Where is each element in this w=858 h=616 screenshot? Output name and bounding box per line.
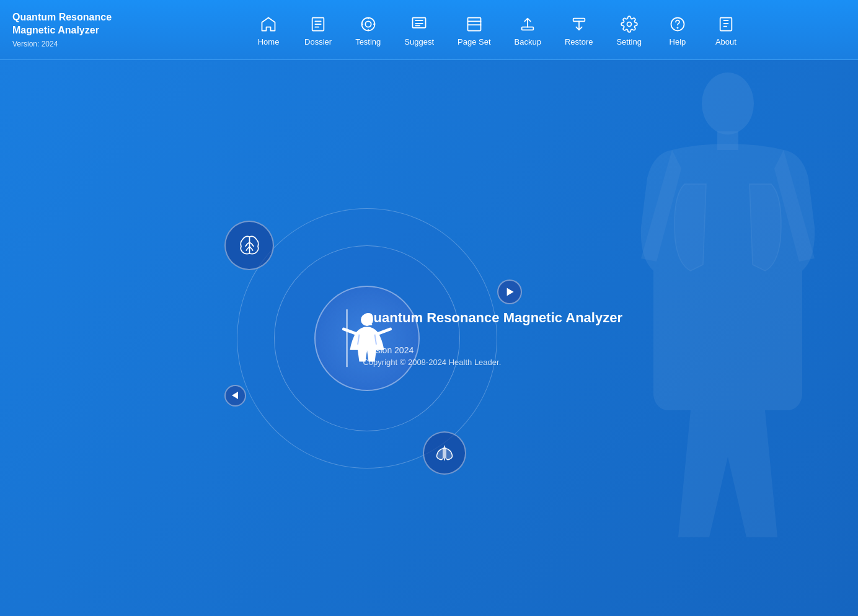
main-nav: Home Dossier Testing Suggest — [136, 9, 858, 51]
nav-restore[interactable]: Restore — [556, 9, 602, 51]
nav-backup-label: Backup — [515, 37, 541, 46]
setting-icon — [619, 14, 640, 35]
svg-rect-17 — [522, 27, 534, 30]
nav-backup[interactable]: Backup — [506, 9, 550, 51]
nav-home-label: Home — [258, 37, 280, 46]
nav-dossier[interactable]: Dossier — [296, 9, 340, 51]
svg-marker-30 — [507, 288, 514, 296]
svg-rect-22 — [720, 17, 732, 30]
svg-rect-18 — [573, 18, 585, 21]
main-content: Quantum Resonance Magnetic Analyzer Vers… — [0, 60, 858, 616]
nav-page-set-label: Page Set — [458, 37, 491, 46]
suggest-icon — [409, 14, 430, 35]
svg-rect-10 — [413, 17, 426, 27]
backup-icon — [517, 14, 538, 35]
body-silhouette — [635, 73, 821, 537]
nav-suggest-label: Suggest — [404, 37, 434, 46]
svg-point-26 — [702, 73, 754, 134]
nav-dossier-label: Dossier — [304, 37, 332, 46]
nav-page-set[interactable]: Page Set — [449, 9, 500, 51]
nav-home[interactable]: Home — [247, 9, 290, 51]
nav-restore-label: Restore — [565, 37, 593, 46]
nav-about[interactable]: About — [705, 9, 747, 51]
svg-point-21 — [677, 27, 678, 28]
svg-point-4 — [361, 17, 374, 30]
app-version: Version: 2024 — [12, 40, 136, 48]
nav-testing[interactable]: Testing — [347, 9, 389, 51]
help-icon — [667, 14, 688, 35]
app-title: Quantum Resonance Magnetic Analyzer — [12, 11, 136, 37]
page-set-icon — [464, 14, 485, 35]
dossier-icon — [307, 14, 329, 35]
home-icon — [258, 14, 279, 35]
about-icon — [715, 14, 736, 35]
info-panel-copyright: Copyright © 2008-2024 Health Leader. — [363, 358, 622, 367]
svg-point-5 — [365, 21, 371, 27]
nav-help-label: Help — [670, 37, 686, 46]
small-left-orbit-icon — [224, 385, 246, 407]
svg-rect-14 — [467, 17, 480, 30]
restore-icon — [568, 14, 590, 35]
nav-testing-label: Testing — [355, 37, 381, 46]
brain-orbit-icon — [224, 221, 274, 270]
header: Quantum Resonance Magnetic Analyzer Vers… — [0, 0, 858, 60]
svg-marker-31 — [232, 392, 238, 399]
info-panel-version: Version 2024 — [363, 345, 622, 355]
nav-setting-label: Setting — [616, 37, 641, 46]
testing-icon — [358, 14, 379, 35]
nav-help[interactable]: Help — [657, 9, 699, 51]
svg-point-19 — [627, 22, 631, 26]
nav-setting[interactable]: Setting — [608, 9, 650, 51]
nav-suggest[interactable]: Suggest — [396, 9, 443, 51]
small-right-orbit-icon — [497, 279, 522, 304]
lungs-orbit-icon — [423, 431, 466, 475]
nav-about-label: About — [715, 37, 736, 46]
logo-area: Quantum Resonance Magnetic Analyzer Vers… — [0, 11, 136, 48]
info-panel-title: Quantum Resonance Magnetic Analyzer — [363, 309, 622, 327]
info-panel: Quantum Resonance Magnetic Analyzer Vers… — [346, 309, 622, 367]
